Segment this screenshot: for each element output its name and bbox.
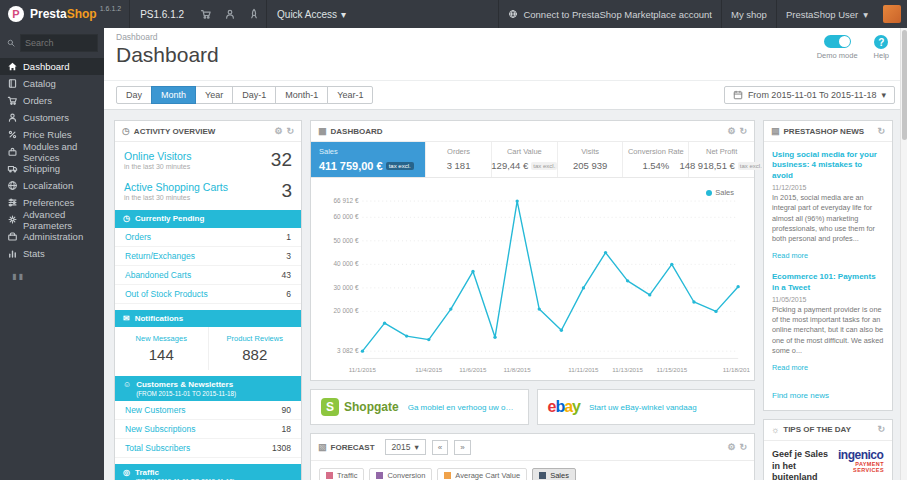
cart-icon[interactable] xyxy=(194,0,218,28)
product-reviews-cell[interactable]: Product Reviews 882 xyxy=(209,327,302,370)
tip-icon: ☼ xyxy=(771,425,779,435)
refresh-icon[interactable]: ↻ xyxy=(286,127,294,136)
scrollbar-thumb[interactable] xyxy=(902,30,907,140)
sidebar-item-localization[interactable]: Localization xyxy=(0,177,104,194)
forecast-next-button[interactable]: » xyxy=(454,440,470,455)
forecast-icon: ▧ xyxy=(318,442,327,452)
read-more-link[interactable]: Read more xyxy=(772,363,808,372)
news-item-date: 11/05/2015 xyxy=(772,296,884,303)
kpi-sales-tab[interactable]: Sales 411 759,00 €tax excl. xyxy=(311,142,426,177)
period-month-1-button[interactable]: Month-1 xyxy=(275,86,328,104)
toggle-switch-icon[interactable] xyxy=(824,35,851,48)
ebay-promo-card[interactable]: ebay Start uw eBay-winkel vandaag xyxy=(537,389,756,425)
vertical-scrollbar[interactable] xyxy=(900,28,907,480)
refresh-icon[interactable]: ↻ xyxy=(739,127,747,136)
forecast-chip-traffic[interactable]: Traffic xyxy=(319,468,364,480)
news-item-body: Picking a payment provider is one of the… xyxy=(772,305,884,356)
sidebar-item-dashboard[interactable]: Dashboard xyxy=(0,58,104,75)
search-input[interactable] xyxy=(20,34,98,52)
prestashop-news-panel: ▤ PRESTASHOP NEWS ↻ Using social media f… xyxy=(763,120,893,411)
forecast-prev-button[interactable]: « xyxy=(432,440,448,455)
period-year-button[interactable]: Year xyxy=(195,86,233,104)
refresh-icon[interactable]: ↻ xyxy=(877,127,885,136)
customer-icon: ☺ xyxy=(123,380,131,390)
online-visitors-label[interactable]: Online Visitors xyxy=(124,150,192,162)
bar-chart-icon xyxy=(7,248,18,259)
customers-topbar-icon[interactable] xyxy=(218,0,242,28)
period-day-1-button[interactable]: Day-1 xyxy=(232,86,276,104)
sidebar-item-stats[interactable]: Stats xyxy=(0,245,104,262)
read-more-link[interactable]: Read more xyxy=(772,251,808,260)
period-year-1-button[interactable]: Year-1 xyxy=(327,86,373,104)
collapse-sidebar-button[interactable]: ▮▮ xyxy=(12,272,104,281)
new-subscriptions-row[interactable]: New Subscriptions18 xyxy=(115,420,301,439)
news-item-title[interactable]: Ecommerce 101: Payments in a Tweet xyxy=(772,272,884,293)
sidebar-item-customers[interactable]: Customers xyxy=(0,109,104,126)
help-button[interactable]: ? Help xyxy=(874,35,889,60)
shopgate-link[interactable]: Ga mobiel en verhoog uw omzet xyxy=(408,403,518,412)
quick-access-menu[interactable]: Quick Access▾ xyxy=(266,0,356,28)
news-item-date: 11/12/2015 xyxy=(772,184,884,191)
kpi-strip: Sales 411 759,00 €tax excl. Orders 3 181… xyxy=(311,142,754,178)
forecast-legend-swatch-0 xyxy=(326,472,333,479)
rocket-icon[interactable] xyxy=(242,0,266,28)
abandoned-carts-row[interactable]: Abandoned Carts43 xyxy=(115,266,301,285)
news-item: Using social media for your business: 4 … xyxy=(772,150,884,262)
svg-text:30 000 €: 30 000 € xyxy=(334,284,359,291)
home-icon xyxy=(7,61,18,72)
forecast-chip-conversion[interactable]: Conversion xyxy=(369,468,432,480)
briefcase-icon xyxy=(7,231,18,242)
svg-text:3 082 €: 3 082 € xyxy=(337,347,359,354)
user-menu[interactable]: PrestaShop User▾ xyxy=(776,0,877,28)
currently-pending-header: ◷ Currently Pending xyxy=(115,210,301,228)
kpi-visits-tab[interactable]: Visits 205 939 xyxy=(558,142,624,177)
gear-icon[interactable]: ⚙ xyxy=(727,127,735,136)
sidebar-item-catalog[interactable]: Catalog xyxy=(0,75,104,92)
search-icon xyxy=(6,38,16,48)
shop-name-link[interactable]: PS1.6.1.2 xyxy=(129,0,194,28)
marketplace-link[interactable]: Connect to PrestaShop Marketplace accoun… xyxy=(498,0,721,28)
active-carts-label[interactable]: Active Shopping Carts xyxy=(124,181,228,193)
sidebar-item-shipping[interactable]: Shipping xyxy=(0,160,104,177)
refresh-icon[interactable]: ↻ xyxy=(877,425,885,434)
user-avatar[interactable] xyxy=(883,5,901,23)
sales-line-chart[interactable]: 66 912 €60 000 €50 000 €40 000 €30 000 €… xyxy=(315,184,750,380)
forecast-year-select[interactable]: 2015▾ xyxy=(385,439,426,455)
find-more-news-link[interactable]: Find more news xyxy=(772,391,829,400)
shopgate-promo-card[interactable]: S Shopgate Ga mobiel en verhoog uw omzet xyxy=(310,389,529,425)
period-day-button[interactable]: Day xyxy=(116,86,152,104)
sidebar-item-modules[interactable]: Modules and Services xyxy=(0,143,104,160)
period-button-group: Day Month Year Day-1 Month-1 Year-1 xyxy=(116,86,372,104)
total-subscribers-row[interactable]: Total Subscribers1308 xyxy=(115,439,301,458)
sidebar-item-orders[interactable]: Orders xyxy=(0,92,104,109)
gear-icon[interactable]: ⚙ xyxy=(727,443,735,452)
legend-dot-icon xyxy=(706,190,712,196)
news-item-title[interactable]: Using social media for your business: 4 … xyxy=(772,150,884,181)
notifications-header: ✉ Notifications xyxy=(115,310,301,328)
kpi-net-profit-tab[interactable]: Net Profit 148 918,51 €tax excl. xyxy=(689,142,754,177)
gear-icon[interactable]: ⚙ xyxy=(274,127,282,136)
out-of-stock-row[interactable]: Out of Stock Products6 xyxy=(115,285,301,304)
pending-orders-row[interactable]: Orders1 xyxy=(115,228,301,247)
date-range-picker[interactable]: From 2015-11-01 To 2015-11-18 ▾ xyxy=(724,86,895,104)
period-month-button[interactable]: Month xyxy=(151,86,196,104)
ebay-logo: ebay xyxy=(548,398,581,416)
chevron-down-icon: ▾ xyxy=(881,90,886,100)
sidebar-item-administration[interactable]: Administration xyxy=(0,228,104,245)
demo-mode-toggle[interactable]: Demo mode xyxy=(817,35,858,60)
my-shop-link[interactable]: My shop xyxy=(721,0,776,28)
svg-text:60 000 €: 60 000 € xyxy=(334,213,359,220)
forecast-chip-sales[interactable]: Sales xyxy=(532,468,576,480)
new-customers-row[interactable]: New Customers90 xyxy=(115,401,301,420)
pending-returns-row[interactable]: Return/Exchanges3 xyxy=(115,247,301,266)
kpi-cart-value-tab[interactable]: Cart Value 129,44 €tax excl. xyxy=(492,142,558,177)
sidebar-item-advanced-parameters[interactable]: Advanced Parameters xyxy=(0,211,104,228)
svg-text:66 912 €: 66 912 € xyxy=(334,197,359,204)
ebay-link[interactable]: Start uw eBay-winkel vandaag xyxy=(589,403,697,412)
svg-text:11/11/2015: 11/11/2015 xyxy=(568,366,599,373)
new-messages-cell[interactable]: New Messages 144 xyxy=(115,327,209,370)
refresh-icon[interactable]: ↻ xyxy=(739,443,747,452)
breadcrumb[interactable]: Dashboard xyxy=(116,32,895,42)
kpi-orders-tab[interactable]: Orders 3 181 xyxy=(426,142,492,177)
forecast-chip-average-cart-value[interactable]: Average Cart Value xyxy=(437,468,527,480)
